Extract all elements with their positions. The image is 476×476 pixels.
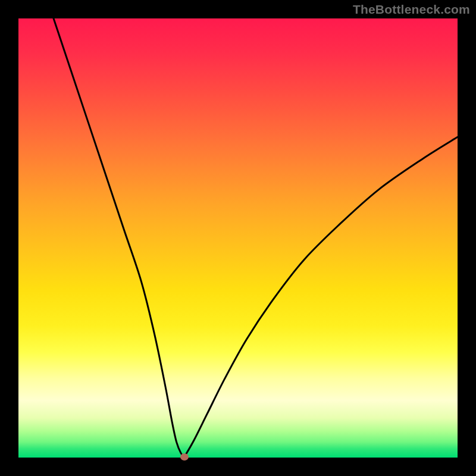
curve-svg bbox=[18, 18, 458, 458]
plot-area bbox=[18, 18, 458, 458]
bottleneck-curve-path bbox=[54, 18, 458, 457]
minimum-marker bbox=[180, 453, 189, 461]
chart-frame: TheBottleneck.com bbox=[0, 0, 476, 476]
watermark-text: TheBottleneck.com bbox=[353, 2, 470, 17]
